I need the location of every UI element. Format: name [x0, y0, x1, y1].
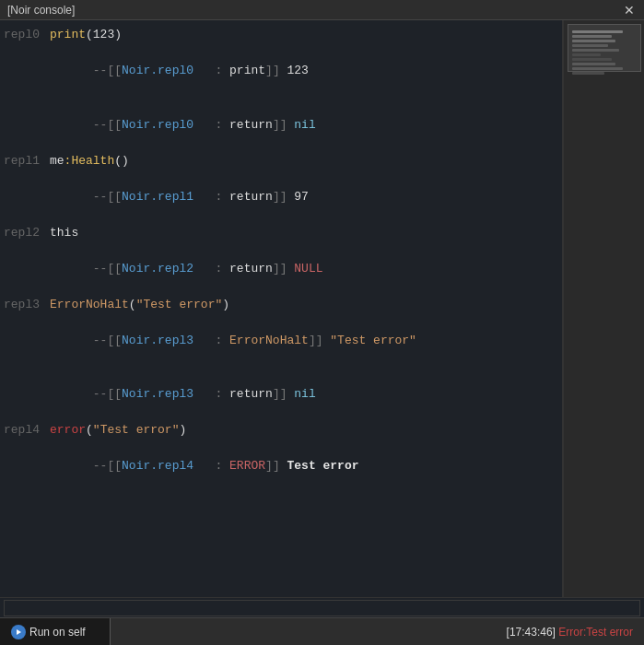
status-bar: Run on self [17:43:46] Error:Test error [0, 617, 644, 645]
repl2-label: repl2 [4, 224, 50, 242]
repl4-code: error("Test error") [50, 421, 186, 440]
run-button-label: Run on self [29, 626, 86, 639]
repl1-code: me:Health() [50, 152, 129, 170]
console-output[interactable]: repl0 print(123) --[[Noir.repl0 : print]… [0, 20, 563, 597]
status-message: [17:43:46] Error:Test error [111, 626, 644, 639]
console-entry-repl4: repl4 error("Test error") [0, 421, 562, 440]
status-time: [17:43:46] [507, 626, 556, 639]
repl3-label: repl3 [4, 296, 50, 314]
repl3-output1: --[[Noir.repl3 : ErrorNoHalt]] "Test err… [0, 313, 562, 368]
title-bar: [Noir console] ✕ [0, 0, 644, 20]
console-entry-repl3: repl3 ErrorNoHalt("Test error") [0, 296, 562, 314]
repl0-output1: --[[Noir.repl0 : print]] 123 [0, 44, 562, 99]
run-on-self-button[interactable]: Run on self [0, 618, 111, 646]
console-entry-repl2: repl2 this [0, 224, 562, 242]
console-entry-repl1: repl1 me:Health() [0, 152, 562, 170]
repl0-code: print(123) [50, 26, 122, 44]
repl1-output1: --[[Noir.repl1 : return]] 97 [0, 170, 562, 224]
close-button[interactable]: ✕ [622, 3, 637, 18]
input-bar [0, 597, 644, 617]
repl3-code: ErrorNoHalt("Test error") [50, 296, 229, 314]
status-error-label: Error:Test error [558, 626, 633, 639]
mini-preview-panel [563, 20, 644, 597]
repl1-label: repl1 [4, 152, 50, 170]
console-entry-repl0: repl0 print(123) [0, 26, 562, 44]
repl2-code: this [50, 224, 78, 242]
repl3-output2: --[[Noir.repl3 : return]] nil [0, 368, 562, 422]
mini-preview-image [568, 24, 641, 72]
repl2-output1: --[[Noir.repl2 : return]] NULL [0, 241, 562, 296]
repl0-label: repl0 [4, 26, 50, 44]
repl4-label: repl4 [4, 421, 50, 440]
console-input[interactable] [4, 600, 640, 616]
run-icon [11, 625, 26, 639]
main-area: repl0 print(123) --[[Noir.repl0 : print]… [0, 20, 644, 597]
repl0-output2: --[[Noir.repl0 : return]] nil [0, 98, 562, 152]
repl4-output1: --[[Noir.repl4 : ERROR]] Test error [0, 440, 562, 494]
svg-marker-0 [17, 629, 21, 635]
window-title: [Noir console] [7, 4, 75, 17]
